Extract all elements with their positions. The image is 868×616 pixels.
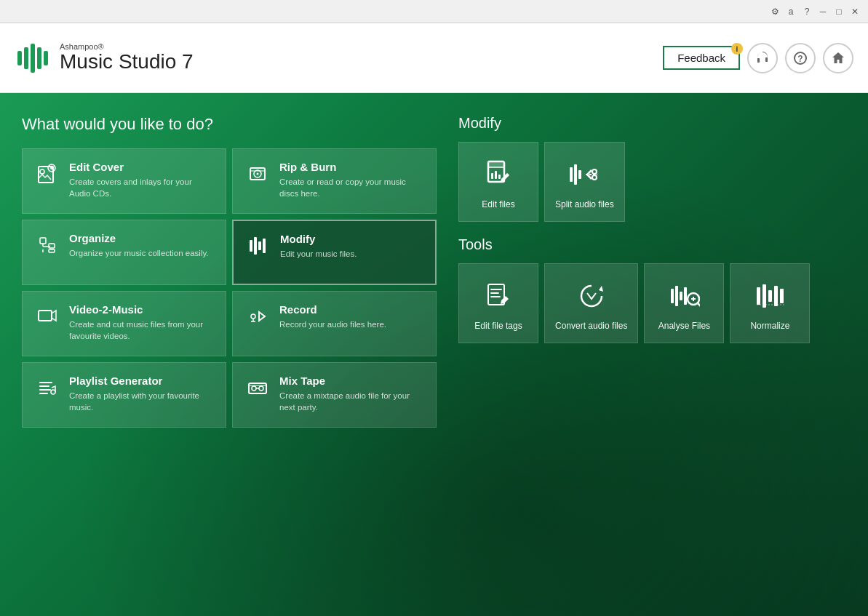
svg-rect-20 xyxy=(39,311,52,321)
home-button[interactable] xyxy=(823,43,853,73)
playlist-title: Playlist Generator xyxy=(69,375,214,387)
analyse-icon xyxy=(668,279,700,313)
svg-rect-19 xyxy=(263,239,266,253)
video2music-title: Video-2-Music xyxy=(69,303,214,316)
modify-desc: Edit your music files. xyxy=(280,248,357,260)
organize-text: Organize Organize your music collection … xyxy=(69,232,209,259)
svg-rect-46 xyxy=(780,289,784,303)
section-title: What would you like to do? xyxy=(22,115,437,134)
titlebar-minimize-btn[interactable]: ─ xyxy=(816,4,830,19)
normalize-label: Normalize xyxy=(750,321,789,332)
record-title: Record xyxy=(279,303,386,316)
split-audio-icon xyxy=(567,157,602,192)
edit-tags-icon xyxy=(482,279,514,313)
titlebar-maximize-btn[interactable]: □ xyxy=(832,4,846,19)
grid-item-rip-burn[interactable]: Rip & Burn Create or read or copy your m… xyxy=(232,148,437,214)
modify-cards-row: Edit files xyxy=(458,142,846,222)
logo-icon xyxy=(15,40,51,76)
tool-card-edit-tags[interactable]: Edit file tags xyxy=(458,263,538,343)
logo-area: Ashampoo® Music Studio 7 xyxy=(15,40,194,76)
modify-text: Modify Edit your music files. xyxy=(280,233,357,260)
feedback-notification: i xyxy=(731,43,743,55)
headset-button[interactable] xyxy=(747,43,778,73)
mixtape-title: Mix Tape xyxy=(279,375,424,387)
modify-icon xyxy=(245,233,271,259)
app-title: Ashampoo® Music Studio 7 xyxy=(60,42,194,73)
tools-cards-row: Edit file tags Convert audio files xyxy=(458,263,846,343)
svg-rect-16 xyxy=(250,240,252,252)
svg-rect-1 xyxy=(24,47,28,69)
tools-section-title: Tools xyxy=(458,236,846,253)
svg-rect-3 xyxy=(37,47,41,69)
tool-card-split-audio[interactable]: Split audio files xyxy=(544,142,625,222)
titlebar: ⚙ a ? ─ □ ✕ xyxy=(0,0,868,23)
svg-rect-15 xyxy=(49,249,55,252)
record-desc: Record your audio files here. xyxy=(279,319,386,330)
video2music-desc: Create and cut music files from your fav… xyxy=(69,319,214,342)
edit-cover-title: Edit Cover xyxy=(69,161,214,173)
right-column: Modify xyxy=(458,115,846,601)
product-name: Music Studio 7 xyxy=(60,51,194,73)
grid-item-playlist[interactable]: Playlist Generator Create a playlist wit… xyxy=(22,362,226,428)
grid-item-edit-cover[interactable]: Edit Cover Create covers and inlays for … xyxy=(22,148,226,214)
svg-rect-31 xyxy=(570,167,573,182)
tool-card-edit-files[interactable]: Edit files xyxy=(458,142,538,222)
rip-burn-title: Rip & Burn xyxy=(279,161,424,173)
organize-title: Organize xyxy=(69,232,209,244)
main-grid: Edit Cover Create covers and inlays for … xyxy=(22,148,437,428)
normalize-icon xyxy=(754,279,786,313)
grid-item-organize[interactable]: Organize Organize your music collection … xyxy=(22,220,226,285)
edit-cover-desc: Create covers and inlays for your Audio … xyxy=(69,176,214,199)
svg-point-35 xyxy=(592,175,597,180)
svg-rect-18 xyxy=(258,241,261,250)
header: Ashampoo® Music Studio 7 Feedback i ? xyxy=(0,23,868,93)
rip-burn-desc: Create or read or copy your music discs … xyxy=(279,176,424,199)
tool-card-normalize[interactable]: Normalize xyxy=(730,263,810,343)
modify-title: Modify xyxy=(280,233,357,245)
svg-rect-29 xyxy=(495,171,497,179)
svg-rect-37 xyxy=(671,289,674,303)
grid-item-mixtape[interactable]: Mix Tape Create a mixtape audio file for… xyxy=(232,362,437,428)
edit-cover-icon xyxy=(34,161,60,187)
svg-rect-13 xyxy=(40,238,46,244)
playlist-icon xyxy=(34,375,60,401)
svg-rect-0 xyxy=(17,51,22,65)
svg-rect-14 xyxy=(49,244,55,248)
playlist-text: Playlist Generator Create a playlist wit… xyxy=(69,375,214,413)
record-icon xyxy=(244,303,271,329)
convert-icon xyxy=(576,279,608,313)
edit-cover-text: Edit Cover Create covers and inlays for … xyxy=(69,161,214,199)
help-button[interactable]: ? xyxy=(785,43,816,73)
header-actions: Feedback i ? xyxy=(663,43,853,73)
svg-rect-42 xyxy=(757,287,760,305)
svg-rect-44 xyxy=(768,290,772,302)
split-audio-label: Split audio files xyxy=(555,199,614,211)
tool-card-analyse[interactable]: Analyse Files xyxy=(644,263,724,343)
grid-item-video2music[interactable]: Video-2-Music Create and cut music files… xyxy=(22,291,226,356)
titlebar-close-btn[interactable]: ✕ xyxy=(848,4,862,19)
grid-item-record[interactable]: Record Record your audio files here. xyxy=(232,291,437,356)
record-text: Record Record your audio files here. xyxy=(279,303,386,330)
svg-rect-38 xyxy=(675,286,678,306)
modify-section-title: Modify xyxy=(458,115,846,132)
feedback-label: Feedback xyxy=(677,52,725,64)
mixtape-text: Mix Tape Create a mixtape audio file for… xyxy=(279,375,424,413)
grid-item-modify[interactable]: Modify Edit your music files. xyxy=(232,220,437,285)
svg-rect-32 xyxy=(574,164,577,185)
titlebar-gear-btn[interactable]: ⚙ xyxy=(768,4,782,19)
titlebar-user-btn[interactable]: a xyxy=(784,4,798,19)
svg-rect-27 xyxy=(488,161,504,167)
titlebar-help-btn[interactable]: ? xyxy=(800,4,814,19)
feedback-button[interactable]: Feedback i xyxy=(663,46,740,70)
svg-rect-2 xyxy=(31,44,35,73)
rip-burn-text: Rip & Burn Create or read or copy your m… xyxy=(279,161,424,199)
tool-card-convert[interactable]: Convert audio files xyxy=(544,263,638,343)
svg-point-24 xyxy=(252,386,256,391)
main-content: What would you like to do? Edit Cover Cr… xyxy=(0,93,868,616)
video2music-text: Video-2-Music Create and cut music files… xyxy=(69,303,214,342)
organize-desc: Organize your music collection easily. xyxy=(69,247,209,259)
svg-point-34 xyxy=(592,169,597,174)
mixtape-icon xyxy=(244,375,271,401)
svg-point-12 xyxy=(257,173,259,175)
svg-rect-43 xyxy=(763,284,766,308)
